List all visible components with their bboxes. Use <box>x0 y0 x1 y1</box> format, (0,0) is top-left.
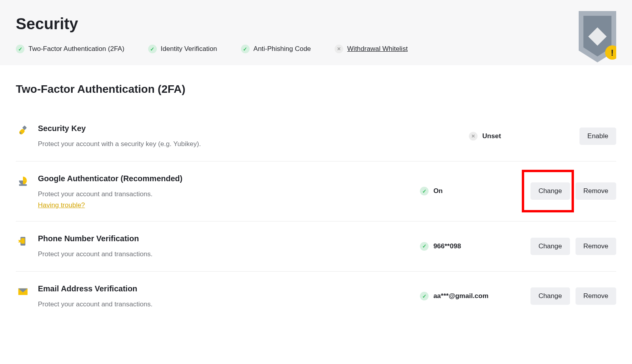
change-button[interactable]: Change <box>530 182 570 200</box>
setting-actions: Enable <box>579 128 616 145</box>
x-icon: ✕ <box>469 132 478 141</box>
setting-info: Phone Number Verification Protect your a… <box>38 233 412 259</box>
check-icon: ✓ <box>241 45 250 53</box>
setting-desc: Protect your account with a security key… <box>38 139 461 149</box>
google-auth-icon <box>16 174 30 188</box>
security-shield-icon: ! <box>579 11 616 62</box>
row-email-verification: Email Address Verification Protect your … <box>16 272 616 321</box>
setting-info: Security Key Protect your account with a… <box>38 123 461 149</box>
setting-title: Security Key <box>38 123 461 133</box>
change-button[interactable]: Change <box>530 287 570 305</box>
remove-button[interactable]: Remove <box>576 287 616 305</box>
svg-rect-8 <box>19 184 27 186</box>
check-icon: ✓ <box>16 45 24 53</box>
setting-actions: Change Remove <box>530 238 616 255</box>
status-withdrawal-whitelist[interactable]: ✕ Withdrawal Whitelist <box>335 45 408 53</box>
svg-marker-11 <box>18 240 21 242</box>
status-label: Two-Factor Authentication (2FA) <box>28 45 124 53</box>
status-value: Unset <box>482 132 501 140</box>
setting-actions: Change Remove <box>530 182 616 200</box>
check-icon: ✓ <box>420 242 429 251</box>
check-icon: ✓ <box>420 187 429 195</box>
row-security-key: Security Key Protect your account with a… <box>16 111 616 161</box>
status-label: Withdrawal Whitelist <box>347 45 408 53</box>
svg-text:!: ! <box>611 48 613 58</box>
status-anti-phishing: ✓ Anti-Phishing Code <box>241 45 311 53</box>
twofa-section: Two-Factor Authentication (2FA) Security… <box>0 65 632 321</box>
having-trouble-link[interactable]: Having trouble? <box>38 201 85 209</box>
change-button[interactable]: Change <box>530 238 570 255</box>
setting-title: Email Address Verification <box>38 283 412 294</box>
section-title: Two-Factor Authentication (2FA) <box>16 83 616 96</box>
status-2fa: ✓ Two-Factor Authentication (2FA) <box>16 45 124 53</box>
setting-desc: Protect your account and transactions. <box>38 299 412 310</box>
setting-desc: Protect your account and transactions. <box>38 189 412 199</box>
status-identity: ✓ Identity Verification <box>148 45 217 53</box>
security-header: Security ✓ Two-Factor Authentication (2F… <box>0 0 632 65</box>
svg-rect-10 <box>21 238 24 244</box>
svg-point-7 <box>20 132 21 134</box>
x-icon: ✕ <box>335 45 343 53</box>
status-label: Anti-Phishing Code <box>254 45 311 53</box>
row-google-auth: Google Authenticator (Recommended) Prote… <box>16 161 616 222</box>
setting-title: Google Authenticator (Recommended) <box>38 173 412 184</box>
setting-status: ✓ aa***@gmail.com <box>420 292 523 300</box>
status-value: aa***@gmail.com <box>433 292 488 300</box>
setting-status: ✓ On <box>420 187 523 195</box>
remove-button[interactable]: Remove <box>576 238 616 255</box>
status-row: ✓ Two-Factor Authentication (2FA) ✓ Iden… <box>16 45 616 53</box>
security-key-icon <box>16 124 30 138</box>
status-label: Identity Verification <box>161 45 217 53</box>
status-value: 966**098 <box>433 242 461 250</box>
status-value: On <box>433 187 443 195</box>
page-title: Security <box>16 15 616 33</box>
check-icon: ✓ <box>148 45 157 53</box>
phone-icon <box>16 234 30 248</box>
setting-info: Email Address Verification Protect your … <box>38 283 412 310</box>
check-icon: ✓ <box>420 292 429 300</box>
setting-status: ✓ 966**098 <box>420 242 523 251</box>
setting-info: Google Authenticator (Recommended) Prote… <box>38 173 412 210</box>
remove-button[interactable]: Remove <box>576 182 616 200</box>
setting-title: Phone Number Verification <box>38 233 412 244</box>
setting-desc: Protect your account and transactions. <box>38 249 412 259</box>
enable-button[interactable]: Enable <box>579 128 616 145</box>
setting-status: ✕ Unset <box>469 132 572 141</box>
row-phone-verification: Phone Number Verification Protect your a… <box>16 221 616 272</box>
email-icon <box>16 284 30 298</box>
setting-actions: Change Remove <box>530 287 616 305</box>
